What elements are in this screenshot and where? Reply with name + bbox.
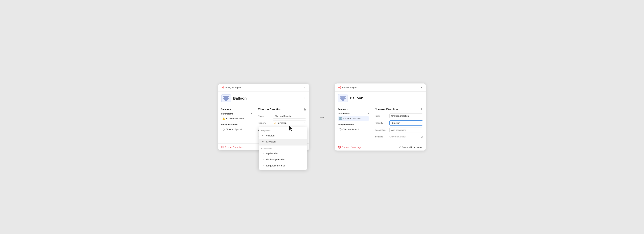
instance-label-form-right: Instance: [375, 136, 388, 138]
thumb-line-3: [223, 98, 229, 99]
component-thumbnail-left: [221, 94, 231, 102]
dropdown-item-direction[interactable]: ↩ Direction: [258, 138, 307, 145]
param-label-left: Chevron Direction: [226, 117, 244, 120]
form-row-name-left: Name: [258, 114, 306, 118]
share-icon-right: ⤢: [399, 146, 401, 148]
parameters-label-right: Parameters: [338, 112, 350, 115]
add-param-button-left[interactable]: +: [251, 112, 252, 115]
panel-header-left: Relay for Figma ✕: [218, 84, 309, 92]
diamond-icon-left: [222, 128, 225, 131]
left-scene: Relay for Figma ✕ Balloon ⋮ Summ: [218, 84, 309, 150]
property-chevron-icon-right: ▾: [419, 122, 422, 124]
status-icon-left: !: [221, 146, 224, 148]
rthumb-line-2: [340, 97, 345, 98]
dropdown-item-doubletap[interactable]: ☞ doubletap-handler: [258, 156, 307, 162]
component-left: Balloon: [221, 94, 247, 102]
component-title-right: Balloon: [350, 96, 364, 100]
doubletap-label: doubletap-handler: [266, 158, 285, 161]
dropdown-interactions-label: Interactions: [258, 146, 307, 150]
form-panel-header-left: Chevron Direction 🗑: [258, 108, 306, 111]
property-select-left[interactable]: ⚠ direction ▾: [273, 120, 306, 126]
component-row-right: Balloon ⋮: [335, 92, 426, 105]
share-label-right: Share with developer: [402, 146, 422, 148]
component-left-right: Balloon: [338, 94, 364, 102]
parameters-header-left: Parameters +: [221, 112, 252, 115]
relay-logo-left: Relay for Figma: [221, 86, 241, 89]
info-icon-right: 🔄: [339, 117, 342, 120]
property-label-left: Property: [258, 122, 271, 124]
dropdown-item-tap[interactable]: ☞ tap-handler: [258, 150, 307, 156]
close-button-left[interactable]: ✕: [304, 86, 306, 89]
dropdown-properties-label: Properties: [258, 128, 307, 132]
component-title-left: Balloon: [233, 96, 247, 100]
relay-app-name-right: Relay for Figma: [342, 86, 358, 89]
description-label-right: Description: [375, 129, 388, 131]
description-input-right[interactable]: [390, 128, 423, 132]
param-item-chevron-direction-left[interactable]: ⚠️ Chevron Direction: [221, 116, 252, 121]
status-icon-right: !: [338, 146, 341, 148]
sidebar-right: Summary Parameters + 🔄 Chevron Direction…: [335, 105, 372, 144]
relay-icon-right: [338, 86, 341, 89]
thumb-line-4: [224, 99, 228, 100]
rthumb-line-1: [340, 96, 346, 96]
rthumb-line-4: [341, 99, 344, 100]
summary-label-left: Summary: [221, 108, 252, 110]
thumb-line-2: [224, 97, 228, 98]
close-button-right[interactable]: ✕: [420, 86, 422, 89]
relay-icon-left: [221, 86, 224, 89]
arrow-container: →: [319, 114, 325, 120]
form-row-property-right: Property Direction ▾: [375, 120, 423, 126]
dropdown-item-children[interactable]: ↳ children: [258, 132, 307, 138]
dropdown-item-longpress[interactable]: ☞ longpress-handler: [258, 162, 307, 169]
share-button-right[interactable]: ⤢ Share with developer: [399, 146, 422, 148]
arrow-right: →: [319, 114, 325, 120]
form-panel-header-right: Chevron Direction 🗑: [375, 108, 423, 111]
direction-icon: ↩: [261, 140, 265, 143]
instance-item-right: Chevron Symbol: [338, 127, 369, 132]
property-select-right[interactable]: Direction ▾: [390, 120, 423, 126]
warn-icon-left: ⚠️: [222, 117, 225, 120]
name-input-right[interactable]: [390, 114, 423, 118]
trash-icon-right[interactable]: 🗑: [420, 108, 423, 111]
more-menu-left[interactable]: ⋮: [302, 96, 306, 100]
param-label-right: Chevron Direction: [343, 117, 360, 120]
form-panel-title-right: Chevron Direction: [375, 108, 398, 111]
longpress-icon: ☞: [261, 164, 265, 167]
name-input-left[interactable]: [273, 114, 306, 118]
instance-label-left: Chevron Symbol: [226, 128, 242, 130]
component-thumbnail-right: [338, 94, 348, 102]
tap-icon: ☞: [261, 152, 265, 155]
dropdown-divider: [258, 145, 307, 146]
svg-point-0: [222, 87, 223, 88]
more-menu-right[interactable]: ⋮: [419, 96, 422, 100]
svg-point-6: [340, 88, 340, 88]
component-row-left: Balloon ⋮: [218, 92, 309, 105]
relay-app-name-left: Relay for Figma: [226, 86, 241, 89]
status-text-left: 1 error, 2 warnings: [225, 146, 243, 148]
form-panel-right: Chevron Direction 🗑 Name Property Direct…: [372, 105, 426, 144]
crosshair-icon-right[interactable]: ⊕: [421, 135, 423, 138]
panel-body-right: Summary Parameters + 🔄 Chevron Direction…: [335, 105, 426, 144]
doubletap-icon: ☞: [261, 158, 265, 161]
form-row-name-right: Name: [375, 114, 423, 118]
relay-logo-right: Relay for Figma: [338, 86, 358, 89]
parameters-header-right: Parameters +: [338, 112, 369, 115]
name-label-left: Name: [258, 115, 271, 117]
svg-point-4: [338, 87, 340, 88]
summary-label-right: Summary: [338, 108, 369, 110]
svg-point-5: [340, 86, 340, 87]
svg-point-2: [223, 88, 224, 88]
add-param-button-right[interactable]: +: [368, 112, 369, 115]
panel-footer-right: ! 0 errors, 2 warnings ⤢ Share with deve…: [335, 144, 426, 150]
diamond-icon-right: [339, 128, 342, 131]
instance-value-right: Chevron Symbol: [390, 134, 418, 139]
trash-icon-left[interactable]: 🗑: [304, 108, 306, 111]
name-label-right: Name: [375, 115, 388, 117]
param-item-chevron-direction-right[interactable]: 🔄 Chevron Direction: [338, 116, 369, 121]
panel-header-right: Relay for Figma ✕: [335, 84, 426, 92]
thumb-line-5: [225, 100, 227, 101]
status-text-right: 0 errors, 2 warnings: [342, 146, 361, 148]
form-panel-title-left: Chevron Direction: [258, 108, 281, 111]
form-row-instance-right: Instance Chevron Symbol ⊕: [375, 134, 423, 139]
form-row-description-right: Description: [375, 128, 423, 132]
